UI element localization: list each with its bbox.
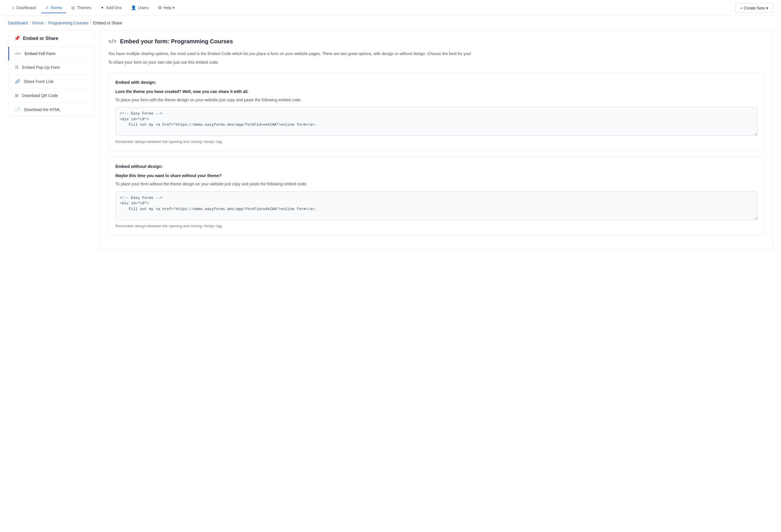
content-area: </> Embed your form: Programming Courses… (100, 30, 773, 249)
sidebar-item-embed-popup-form[interactable]: ☰ Embed Pop-Up Form (8, 60, 94, 75)
themes-icon: ◎ (71, 5, 75, 10)
addons-icon: ✦ (100, 5, 104, 10)
breadcrumb: Dashboard / Forms / Programming Courses … (0, 16, 781, 30)
popup-icon: ☰ (15, 65, 19, 70)
breadcrumb-sep-1: / (30, 21, 31, 25)
content-header: </> Embed your form: Programming Courses (108, 38, 765, 45)
create-new-button[interactable]: + Create New ▾ (735, 3, 773, 13)
sidebar-item-share-form-link[interactable]: 🔗 Share Form Link (8, 75, 94, 89)
sidebar-item-embed-full-form[interactable]: </> Embed Full Form (8, 47, 94, 60)
embed-with-design-section: Embed with design: Love the theme you ha… (108, 73, 765, 151)
embed-with-design-highlight: Love the theme you have created? Well, n… (115, 89, 757, 94)
embed-with-design-title: Embed with design: (115, 80, 757, 85)
help-icon: ⚙ (158, 5, 162, 10)
forms-icon: ✓ (45, 5, 49, 10)
embed-without-design-desc: To place your form without the theme des… (115, 181, 757, 187)
breadcrumb-sep-3: / (90, 21, 91, 25)
breadcrumb-dashboard[interactable]: Dashboard (8, 21, 28, 25)
nav-forms[interactable]: ✓ Forms (41, 3, 66, 13)
sidebar-item-download-qr-code[interactable]: ⊞ Download QR Code (8, 89, 94, 103)
nav-dashboard[interactable]: ⌂ Dashboard (8, 3, 40, 13)
sidebar: 📌 Embed or Share </> Embed Full Form ☰ E… (8, 30, 94, 117)
nav-items: ⌂ Dashboard ✓ Forms ◎ Themes ✦ Add-Ons 👤… (8, 3, 735, 13)
embed-without-design-highlight: Maybe this time you want to share withou… (115, 173, 757, 178)
home-icon: ⌂ (12, 5, 15, 10)
embed-without-design-section: Embed without design: Maybe this time yo… (108, 157, 765, 235)
embed-without-design-hint: Remember always between the opening and … (115, 224, 757, 228)
intro-text: You have multiple sharing options, the m… (108, 50, 765, 57)
embed-with-design-hint: Remember always between the opening and … (115, 139, 757, 144)
nav-users-label: Users (138, 5, 149, 10)
embed-without-design-title: Embed without design: (115, 164, 757, 169)
breadcrumb-current: Embed or Share (93, 21, 122, 25)
nav-addons[interactable]: ✦ Add-Ons (96, 3, 126, 13)
nav-themes-label: Themes (77, 5, 91, 10)
nav-dashboard-label: Dashboard (16, 5, 36, 10)
nav-users[interactable]: 👤 Users (127, 3, 153, 13)
navbar: ⌂ Dashboard ✓ Forms ◎ Themes ✦ Add-Ons 👤… (0, 0, 781, 16)
code-icon: </> (15, 51, 21, 56)
users-icon: 👤 (131, 5, 136, 10)
sidebar-header-icon: 📌 (14, 35, 20, 41)
embed-with-design-code[interactable] (115, 107, 757, 136)
breadcrumb-forms[interactable]: Forms (32, 21, 44, 25)
sidebar-embed-popup-form-label: Embed Pop-Up Form (22, 65, 60, 70)
nav-themes[interactable]: ◎ Themes (67, 3, 95, 13)
main-content: 📌 Embed or Share </> Embed Full Form ☰ E… (0, 30, 781, 257)
sidebar-download-qr-label: Download QR Code (22, 93, 58, 98)
content-title: Embed your form: Programming Courses (120, 38, 233, 45)
sidebar-item-download-html[interactable]: 📄 Download the HTML (8, 103, 94, 117)
link-icon: 🔗 (15, 79, 20, 84)
embed-without-design-code[interactable] (115, 191, 757, 220)
embed-with-design-desc: To place your form with the theme design… (115, 97, 757, 103)
qr-icon: ⊞ (15, 93, 19, 98)
content-header-icon: </> (108, 38, 117, 45)
html-icon: 📄 (15, 107, 20, 112)
nav-addons-label: Add-Ons (106, 5, 122, 10)
breadcrumb-programming-courses[interactable]: Programming Courses (48, 21, 88, 25)
nav-help[interactable]: ⚙ Help ▾ (154, 3, 179, 13)
intro-text-2: To share your form on your own site just… (108, 59, 765, 65)
nav-help-label: Help ▾ (163, 5, 175, 10)
sidebar-share-form-link-label: Share Form Link (24, 79, 53, 84)
sidebar-embed-full-form-label: Embed Full Form (25, 51, 55, 56)
nav-forms-label: Forms (51, 5, 62, 10)
breadcrumb-sep-2: / (45, 21, 46, 25)
sidebar-download-html-label: Download the HTML (24, 107, 60, 112)
sidebar-header-label: Embed or Share (23, 36, 58, 41)
sidebar-header: 📌 Embed or Share (8, 30, 94, 47)
